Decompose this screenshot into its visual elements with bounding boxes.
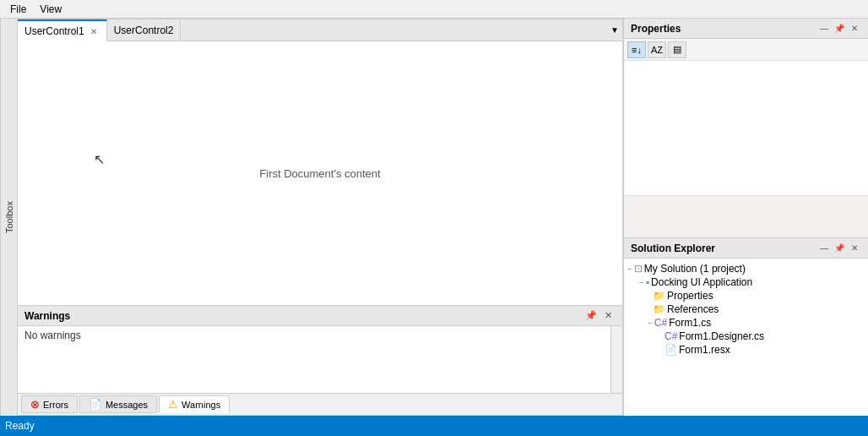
props-properties-button[interactable]: ▤: [668, 41, 686, 58]
error-icon: ⊗: [30, 398, 40, 411]
properties-header: Properties — 📌 ✕: [624, 19, 868, 39]
no-warnings-text: No warnings: [24, 330, 81, 341]
main-layout: Toolbox UserControl1 ✕ UserControl2 ▼ ↖ …: [0, 19, 868, 416]
menu-view[interactable]: View: [33, 2, 68, 17]
doc-tab-label-2: UserControl2: [114, 25, 174, 36]
solution-label: My Solution (1 project): [644, 263, 746, 275]
warnings-pin-button[interactable]: 📌: [583, 308, 599, 324]
tab-dropdown-button[interactable]: ▼: [607, 19, 622, 41]
solution-explorer-header: Solution Explorer — 📌 ✕: [624, 238, 868, 259]
warnings-panel-title: Warnings: [24, 310, 582, 322]
expand-solution-icon: −: [627, 264, 632, 274]
solution-pin-button[interactable]: 📌: [833, 242, 846, 255]
properties-minimize-button[interactable]: —: [817, 22, 831, 35]
warnings-icon: ⚠: [168, 398, 178, 411]
messages-icon: 📄: [89, 398, 102, 411]
references-folder-label: References: [667, 303, 719, 315]
warnings-close-button[interactable]: ✕: [600, 308, 616, 324]
tree-item-form1cs[interactable]: − C# Form1.cs: [626, 316, 866, 330]
project-icon: ▪: [646, 276, 649, 288]
warnings-scrollbar[interactable]: [610, 326, 622, 393]
right-panel: Properties — 📌 ✕ ≡↓ AZ ▤ Solution Explor…: [623, 19, 868, 416]
close-tab-button[interactable]: ✕: [88, 25, 100, 37]
properties-toolbar: ≡↓ AZ ▤: [624, 39, 868, 61]
solution-close-button[interactable]: ✕: [848, 242, 861, 255]
panel-tabs-bar: ⊗ Errors 📄 Messages ⚠ Warnings: [18, 393, 622, 415]
warnings-tab-label: Warnings: [182, 400, 220, 410]
toolbox-sidebar[interactable]: Toolbox: [0, 19, 17, 416]
properties-close-button[interactable]: ✕: [848, 22, 861, 35]
doc-tab-usercontrol2[interactable]: UserControl2: [107, 19, 182, 41]
references-folder-icon: 📁: [653, 303, 665, 315]
cursor-icon: ↖: [94, 151, 105, 167]
props-categorized-button[interactable]: ≡↓: [627, 41, 646, 58]
properties-title: Properties: [631, 23, 816, 35]
tab-warnings[interactable]: ⚠ Warnings: [159, 395, 230, 413]
solution-explorer-title: Solution Explorer: [631, 243, 816, 254]
properties-content: [624, 61, 868, 195]
properties-folder-icon: 📁: [653, 290, 665, 302]
center-area: UserControl1 ✕ UserControl2 ▼ ↖ First Do…: [17, 19, 623, 416]
tree-item-form1designer[interactable]: C# Form1.Designer.cs: [626, 330, 866, 343]
form1resx-icon: 📄: [665, 344, 677, 356]
status-bar: Ready: [0, 416, 868, 436]
form1-cs-label: Form1.cs: [669, 317, 711, 329]
properties-folder-label: Properties: [667, 290, 713, 302]
form1resx-label: Form1.resx: [679, 344, 730, 356]
errors-tab-label: Errors: [43, 400, 68, 410]
form1-cs-icon: C#: [654, 317, 667, 329]
tree-item-properties[interactable]: 📁 Properties: [626, 289, 866, 302]
tab-messages[interactable]: 📄 Messages: [79, 395, 157, 413]
tree-item-project[interactable]: − ▪ Docking UI Application: [626, 275, 866, 289]
menu-bar: File View: [0, 0, 868, 19]
warnings-panel-content: No warnings: [18, 326, 622, 393]
form1designer-label: Form1.Designer.cs: [679, 330, 764, 342]
solution-minimize-button[interactable]: —: [817, 242, 831, 255]
expand-project-icon: −: [639, 278, 644, 287]
solution-tree: − ⊡ My Solution (1 project) − ▪ Docking …: [624, 259, 868, 416]
tree-item-solution[interactable]: − ⊡ My Solution (1 project): [626, 262, 866, 275]
doc-tab-usercontrol1[interactable]: UserControl1 ✕: [18, 19, 107, 41]
document-area: UserControl1 ✕ UserControl2 ▼ ↖ First Do…: [17, 19, 623, 306]
menu-file[interactable]: File: [3, 2, 33, 17]
doc-tab-label: UserControl1: [24, 25, 84, 37]
warnings-panel-header: Warnings 📌 ✕: [18, 306, 622, 326]
form1designer-icon: C#: [665, 330, 677, 342]
tab-errors[interactable]: ⊗ Errors: [21, 395, 78, 413]
project-label: Docking UI Application: [651, 276, 752, 288]
properties-pin-button[interactable]: 📌: [833, 22, 846, 35]
props-alphabetical-button[interactable]: AZ: [648, 41, 666, 58]
properties-panel: Properties — 📌 ✕ ≡↓ AZ ▤: [624, 19, 868, 238]
tree-item-references[interactable]: 📁 References: [626, 302, 866, 316]
status-text: Ready: [5, 420, 35, 432]
warnings-panel: Warnings 📌 ✕ No warnings ⊗ Errors 📄 Mess…: [17, 306, 623, 416]
properties-description: [624, 195, 868, 237]
expand-form1-icon: −: [648, 319, 653, 328]
tree-item-form1resx[interactable]: 📄 Form1.resx: [626, 343, 866, 357]
messages-tab-label: Messages: [106, 400, 148, 410]
document-text: First Document's content: [259, 167, 380, 180]
solution-icon: ⊡: [634, 263, 643, 275]
document-content: ↖ First Document's content: [18, 41, 622, 305]
document-tabs-bar: UserControl1 ✕ UserControl2 ▼: [18, 19, 622, 41]
solution-explorer-panel: Solution Explorer — 📌 ✕ − ⊡ My Solution …: [624, 238, 868, 416]
